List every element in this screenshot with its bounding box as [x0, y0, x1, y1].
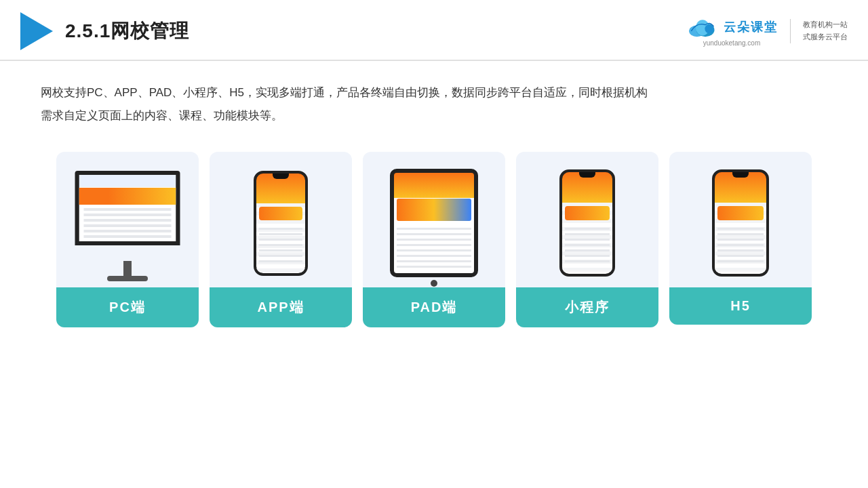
card-mini-label: 小程序: [516, 287, 658, 327]
phone-mockup-h5: [712, 169, 769, 277]
cloud-icon: [686, 16, 719, 38]
brand-name: 云朵课堂: [724, 19, 778, 35]
phone-body-mini: [559, 169, 615, 277]
card-h5-image-area: [669, 152, 812, 287]
cards-row: PC端 APP端: [41, 152, 827, 327]
header: 2.5.1网校管理 云朵课堂 yunduoketang.com 教育机构一站 式…: [0, 0, 868, 61]
phone-notch-app: [273, 174, 289, 179]
phone-body-h5: [712, 169, 769, 277]
card-pad: PAD端: [363, 152, 505, 327]
main-content: 网校支持PC、APP、PAD、小程序、H5，实现多端打通，产品各终端自由切换，数…: [0, 61, 868, 341]
phone-notch-h5: [732, 172, 749, 178]
slogan-line2: 式服务云平台: [803, 31, 848, 43]
tablet-body: [390, 169, 478, 277]
page-title: 2.5.1网校管理: [65, 18, 189, 44]
monitor-base: [107, 276, 148, 281]
phone-mockup-app: [254, 171, 308, 276]
card-h5: H5: [669, 152, 812, 325]
phone-screen-content-app: [256, 203, 305, 273]
phone-screen-content-h5: [715, 203, 766, 274]
monitor-mockup: [70, 171, 185, 276]
tablet-screen: [394, 173, 474, 273]
card-mini-image-area: [516, 152, 658, 287]
card-pc-image-area: [56, 152, 199, 287]
phone-screen-mini: [562, 172, 612, 274]
card-pc: PC端: [56, 152, 199, 327]
tablet-mockup: [390, 169, 478, 277]
brand-icon: 云朵课堂: [686, 16, 778, 38]
header-left: 2.5.1网校管理: [20, 12, 189, 50]
brand-url: yunduoketang.com: [703, 39, 761, 47]
phone-screen-h5: [715, 172, 766, 274]
slogan-line1: 教育机构一站: [803, 19, 848, 31]
header-right: 云朵课堂 yunduoketang.com 教育机构一站 式服务云平台: [686, 16, 848, 47]
monitor-screen: [75, 171, 180, 245]
phone-screen-app: [256, 174, 305, 273]
phone-notch-mini: [579, 172, 595, 178]
card-pc-label: PC端: [56, 287, 199, 327]
monitor-screen-ui: [79, 175, 176, 241]
brand-logo: 云朵课堂 yunduoketang.com: [686, 16, 778, 47]
logo-triangle-icon: [20, 12, 53, 50]
card-app-label: APP端: [210, 287, 352, 327]
phone-body-app: [254, 171, 308, 276]
brand-slogan: 教育机构一站 式服务云平台: [803, 19, 848, 43]
card-pad-label: PAD端: [363, 287, 505, 327]
card-app: APP端: [210, 152, 352, 327]
brand-divider: [790, 19, 791, 43]
card-pad-image-area: [363, 152, 505, 287]
phone-mockup-mini: [559, 169, 615, 277]
phone-screen-content-mini: [562, 203, 612, 274]
monitor-stand: [123, 261, 132, 276]
description-text: 网校支持PC、APP、PAD、小程序、H5，实现多端打通，产品各终端自由切换，数…: [41, 81, 827, 127]
card-app-image-area: [210, 152, 352, 287]
card-mini: 小程序: [516, 152, 658, 327]
tablet-home-btn: [431, 280, 437, 287]
card-h5-label: H5: [669, 287, 812, 325]
